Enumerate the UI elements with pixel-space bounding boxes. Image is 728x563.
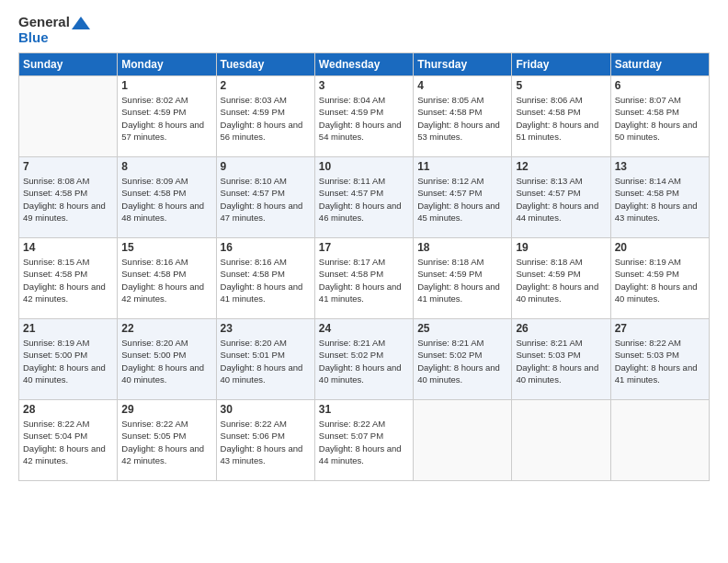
day-number: 12: [516, 160, 606, 173]
day-number: 20: [615, 241, 705, 254]
day-number: 9: [221, 160, 311, 173]
day-number: 30: [221, 403, 311, 416]
calendar-day-cell: 5Sunrise: 8:06 AMSunset: 4:58 PMDaylight…: [512, 76, 610, 157]
calendar-day-cell: 30Sunrise: 8:22 AMSunset: 5:06 PMDayligh…: [216, 400, 314, 481]
day-info: Sunrise: 8:06 AMSunset: 4:58 PMDaylight:…: [516, 94, 606, 143]
calendar-day-cell: 8Sunrise: 8:09 AMSunset: 4:58 PMDaylight…: [118, 157, 216, 238]
day-info: Sunrise: 8:21 AMSunset: 5:03 PMDaylight:…: [516, 337, 606, 385]
calendar-day-cell: 1Sunrise: 8:02 AMSunset: 4:59 PMDaylight…: [118, 76, 216, 157]
calendar-day-cell: 17Sunrise: 8:17 AMSunset: 4:58 PMDayligh…: [314, 238, 413, 319]
calendar-header-tuesday: Tuesday: [216, 53, 314, 76]
calendar-day-cell: 3Sunrise: 8:04 AMSunset: 4:59 PMDaylight…: [314, 76, 413, 157]
calendar-day-cell: 26Sunrise: 8:21 AMSunset: 5:03 PMDayligh…: [512, 319, 610, 400]
calendar-day-cell: 23Sunrise: 8:20 AMSunset: 5:01 PMDayligh…: [216, 319, 314, 400]
calendar-day-cell: 11Sunrise: 8:12 AMSunset: 4:57 PMDayligh…: [414, 157, 512, 238]
day-info: Sunrise: 8:15 AMSunset: 4:58 PMDaylight:…: [23, 256, 113, 304]
logo-blue: Blue: [18, 30, 90, 46]
day-number: 18: [417, 241, 507, 254]
day-info: Sunrise: 8:22 AMSunset: 5:06 PMDaylight:…: [221, 418, 311, 466]
calendar-week-row: 7Sunrise: 8:08 AMSunset: 4:58 PMDaylight…: [19, 157, 710, 238]
day-info: Sunrise: 8:20 AMSunset: 5:01 PMDaylight:…: [221, 337, 311, 385]
calendar-week-row: 28Sunrise: 8:22 AMSunset: 5:04 PMDayligh…: [19, 400, 710, 481]
calendar-day-cell: 12Sunrise: 8:13 AMSunset: 4:57 PMDayligh…: [512, 157, 610, 238]
day-info: Sunrise: 8:12 AMSunset: 4:57 PMDaylight:…: [417, 175, 507, 224]
calendar-day-cell: [19, 76, 118, 157]
day-number: 6: [615, 79, 705, 92]
day-number: 27: [615, 322, 705, 335]
day-number: 2: [221, 79, 311, 92]
calendar-header-wednesday: Wednesday: [314, 53, 413, 76]
day-number: 10: [319, 160, 409, 173]
calendar-day-cell: 13Sunrise: 8:14 AMSunset: 4:58 PMDayligh…: [610, 157, 709, 238]
day-number: 24: [319, 322, 409, 335]
day-number: 16: [221, 241, 311, 254]
day-info: Sunrise: 8:22 AMSunset: 5:04 PMDaylight:…: [23, 418, 113, 466]
day-number: 25: [417, 322, 507, 335]
day-number: 31: [319, 403, 409, 416]
day-number: 1: [121, 79, 211, 92]
calendar-day-cell: 31Sunrise: 8:22 AMSunset: 5:07 PMDayligh…: [314, 400, 413, 481]
calendar-day-cell: 21Sunrise: 8:19 AMSunset: 5:00 PMDayligh…: [19, 319, 118, 400]
day-info: Sunrise: 8:22 AMSunset: 5:05 PMDaylight:…: [121, 418, 211, 466]
calendar-day-cell: 28Sunrise: 8:22 AMSunset: 5:04 PMDayligh…: [19, 400, 118, 481]
calendar-header-saturday: Saturday: [610, 53, 709, 76]
calendar-day-cell: 22Sunrise: 8:20 AMSunset: 5:00 PMDayligh…: [118, 319, 216, 400]
day-number: 28: [23, 403, 113, 416]
calendar-week-row: 21Sunrise: 8:19 AMSunset: 5:00 PMDayligh…: [19, 319, 710, 400]
day-info: Sunrise: 8:21 AMSunset: 5:02 PMDaylight:…: [417, 337, 507, 385]
day-info: Sunrise: 8:19 AMSunset: 5:00 PMDaylight:…: [23, 337, 113, 385]
day-info: Sunrise: 8:21 AMSunset: 5:02 PMDaylight:…: [319, 337, 409, 385]
day-info: Sunrise: 8:13 AMSunset: 4:57 PMDaylight:…: [516, 175, 606, 224]
day-info: Sunrise: 8:14 AMSunset: 4:58 PMDaylight:…: [615, 175, 705, 224]
day-number: 19: [516, 241, 606, 254]
day-info: Sunrise: 8:17 AMSunset: 4:58 PMDaylight:…: [319, 256, 409, 304]
logo-container: General Blue: [18, 15, 90, 45]
day-number: 14: [23, 241, 113, 254]
day-number: 23: [221, 322, 311, 335]
calendar-week-row: 14Sunrise: 8:15 AMSunset: 4:58 PMDayligh…: [19, 238, 710, 319]
calendar-header-sunday: Sunday: [19, 53, 118, 76]
day-number: 7: [23, 160, 113, 173]
calendar-day-cell: [610, 400, 709, 481]
day-info: Sunrise: 8:02 AMSunset: 4:59 PMDaylight:…: [121, 94, 211, 143]
calendar-day-cell: 16Sunrise: 8:16 AMSunset: 4:58 PMDayligh…: [216, 238, 314, 319]
calendar-day-cell: 15Sunrise: 8:16 AMSunset: 4:58 PMDayligh…: [118, 238, 216, 319]
calendar-week-row: 1Sunrise: 8:02 AMSunset: 4:59 PMDaylight…: [19, 76, 710, 157]
day-info: Sunrise: 8:16 AMSunset: 4:58 PMDaylight:…: [221, 256, 311, 304]
calendar-header-monday: Monday: [118, 53, 216, 76]
logo-general: General: [18, 15, 90, 30]
day-info: Sunrise: 8:10 AMSunset: 4:57 PMDaylight:…: [221, 175, 311, 224]
day-number: 4: [417, 79, 507, 92]
calendar-day-cell: [414, 400, 512, 481]
calendar-table: SundayMondayTuesdayWednesdayThursdayFrid…: [18, 52, 710, 481]
calendar-day-cell: 25Sunrise: 8:21 AMSunset: 5:02 PMDayligh…: [414, 319, 512, 400]
calendar-day-cell: 18Sunrise: 8:18 AMSunset: 4:59 PMDayligh…: [414, 238, 512, 319]
calendar-day-cell: [512, 400, 610, 481]
day-info: Sunrise: 8:16 AMSunset: 4:58 PMDaylight:…: [121, 256, 211, 304]
calendar-day-cell: 24Sunrise: 8:21 AMSunset: 5:02 PMDayligh…: [314, 319, 413, 400]
calendar-day-cell: 19Sunrise: 8:18 AMSunset: 4:59 PMDayligh…: [512, 238, 610, 319]
day-number: 29: [121, 403, 211, 416]
day-number: 22: [121, 322, 211, 335]
calendar-day-cell: 2Sunrise: 8:03 AMSunset: 4:59 PMDaylight…: [216, 76, 314, 157]
day-number: 26: [516, 322, 606, 335]
calendar-day-cell: 6Sunrise: 8:07 AMSunset: 4:58 PMDaylight…: [610, 76, 709, 157]
day-info: Sunrise: 8:19 AMSunset: 4:59 PMDaylight:…: [615, 256, 705, 304]
calendar-header-row: SundayMondayTuesdayWednesdayThursdayFrid…: [19, 53, 710, 76]
day-number: 21: [23, 322, 113, 335]
day-info: Sunrise: 8:22 AMSunset: 5:07 PMDaylight:…: [319, 418, 409, 466]
calendar-day-cell: 29Sunrise: 8:22 AMSunset: 5:05 PMDayligh…: [118, 400, 216, 481]
calendar-day-cell: 7Sunrise: 8:08 AMSunset: 4:58 PMDaylight…: [19, 157, 118, 238]
day-info: Sunrise: 8:11 AMSunset: 4:57 PMDaylight:…: [319, 175, 409, 224]
day-number: 8: [121, 160, 211, 173]
logo: General Blue: [18, 15, 90, 45]
calendar-day-cell: 20Sunrise: 8:19 AMSunset: 4:59 PMDayligh…: [610, 238, 709, 319]
day-info: Sunrise: 8:03 AMSunset: 4:59 PMDaylight:…: [221, 94, 311, 143]
day-number: 15: [121, 241, 211, 254]
day-info: Sunrise: 8:20 AMSunset: 5:00 PMDaylight:…: [121, 337, 211, 385]
calendar-day-cell: 14Sunrise: 8:15 AMSunset: 4:58 PMDayligh…: [19, 238, 118, 319]
day-number: 17: [319, 241, 409, 254]
day-info: Sunrise: 8:08 AMSunset: 4:58 PMDaylight:…: [23, 175, 113, 224]
calendar-day-cell: 27Sunrise: 8:22 AMSunset: 5:03 PMDayligh…: [610, 319, 709, 400]
day-info: Sunrise: 8:22 AMSunset: 5:03 PMDaylight:…: [615, 337, 705, 385]
